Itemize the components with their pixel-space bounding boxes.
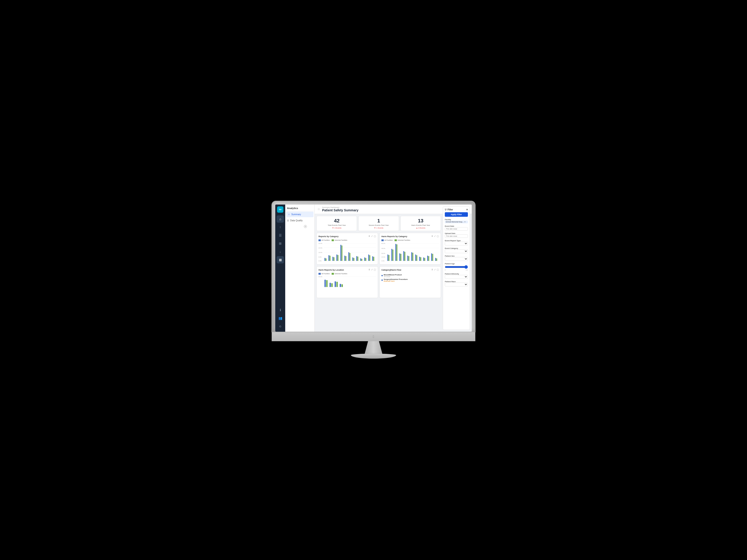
svg-rect-25: [350, 253, 351, 261]
svg-rect-21: [341, 245, 342, 261]
sidebar-icon-download[interactable]: ↓: [277, 248, 284, 255]
download-icon-location[interactable]: ⬇: [368, 268, 370, 271]
svg-rect-67: [420, 257, 421, 261]
sidebar-icon-users[interactable]: 👥: [277, 315, 284, 322]
sidebar-icon-info[interactable]: ℹ: [277, 306, 284, 314]
filter-label-patient-sex: Patient Sex: [445, 255, 468, 257]
chart-actions-harm: ⬇ ⤢ ⓘ: [431, 235, 439, 238]
svg-rect-36: [372, 256, 373, 261]
info-icon-location[interactable]: ⓘ: [374, 268, 376, 271]
filter-input-event-date[interactable]: [445, 227, 468, 231]
nav-item-data-quality[interactable]: ⊡ Data Quality: [285, 218, 314, 223]
legend-selected-facilities: Selected Facilities: [332, 239, 347, 241]
svg-text:32.0%: 32.0%: [318, 243, 323, 244]
info-icon-flow[interactable]: ⓘ: [437, 268, 439, 271]
sidebar-icon-upload[interactable]: ↑: [277, 223, 284, 231]
monitor-stand-base: [351, 354, 396, 358]
svg-rect-82: [330, 283, 331, 287]
page-star-icon[interactable]: ☆: [317, 207, 320, 211]
filter-tag-remove-facility[interactable]: ✕: [464, 221, 466, 223]
page-title: Patient Safety Summary: [322, 208, 358, 212]
svg-rect-1: [332, 239, 334, 241]
svg-rect-75: [436, 258, 437, 261]
svg-rect-35: [369, 255, 370, 261]
filter-label-report-type: Event Report Type: [445, 240, 468, 242]
filter-input-upload-date[interactable]: [445, 234, 468, 238]
kpi-severe-number: 1: [361, 218, 396, 224]
download-icon-flow[interactable]: ⬇: [431, 268, 433, 271]
flow-dot-1: [381, 279, 383, 281]
monitor-stand-neck: [364, 341, 383, 355]
sidebar-icon-analytics[interactable]: ▦: [277, 256, 284, 263]
svg-rect-66: [419, 257, 420, 261]
flow-item-1: Surgery/Invasive Procedure Moderate Harm: [381, 278, 439, 282]
info-icon-reports[interactable]: ⓘ: [374, 235, 376, 238]
app-logo[interactable]: nv: [277, 206, 283, 213]
expand-icon-flow[interactable]: ⤢: [434, 268, 436, 271]
download-icon-reports[interactable]: ⬇: [368, 235, 370, 238]
flow-label-0: Blood/Blood Product: [384, 274, 402, 276]
harm-chart-header: Harm Reports by Category ⬇ ⤢ ⓘ: [381, 235, 439, 238]
kpi-total-delta: ▼ 4 Events: [319, 227, 354, 229]
svg-rect-73: [432, 254, 433, 261]
filter-section-upload-date: Upload Date: [445, 232, 468, 238]
filter-title: Filter: [447, 208, 453, 211]
expand-icon-harm[interactable]: ⤢: [434, 235, 436, 238]
svg-rect-85: [336, 282, 338, 287]
svg-rect-17: [333, 257, 334, 261]
filter-select-patient-ethnicity[interactable]: [445, 275, 468, 279]
svg-rect-72: [431, 254, 432, 261]
sidebar-icon-menu[interactable]: ☰: [277, 232, 284, 239]
filter-apply-button[interactable]: Apply Filter: [445, 212, 468, 217]
svg-rect-28: [356, 256, 357, 261]
svg-text:24.0%: 24.0%: [318, 247, 323, 248]
legend-location-selected: Selected Facilities: [332, 273, 347, 275]
flow-dot-0: [381, 275, 383, 276]
reports-bar-chart: 32.0% 24.0% 16.0% 8.0% 0.0%: [318, 242, 376, 263]
sidebar-icon-home[interactable]: ⌂: [277, 215, 284, 223]
charts-row-1: Reports by Category ⬇ ⤢ ⓘ: [316, 233, 441, 265]
filter-select-patient-sex[interactable]: [445, 257, 468, 261]
expand-icon-reports[interactable]: ⤢: [371, 235, 373, 238]
svg-rect-20: [340, 245, 341, 261]
svg-rect-63: [412, 253, 413, 261]
svg-rect-12: [325, 258, 325, 261]
filter-section-event-category: Event Category: [445, 247, 468, 253]
svg-text:30.0%: 30.0%: [381, 252, 385, 254]
chart-actions-reports: ⬇ ⤢ ⓘ: [368, 235, 376, 238]
expand-icon-location[interactable]: ⤢: [371, 268, 373, 271]
info-icon-harm[interactable]: ⓘ: [437, 235, 439, 238]
svg-rect-69: [424, 258, 425, 261]
filter-label-patient-ethnicity: Patient Ethnicity: [445, 273, 468, 275]
svg-rect-62: [411, 252, 412, 261]
kpi-harm-label: Harm Events Past Year: [403, 224, 438, 226]
filter-icon: ▽: [445, 208, 447, 211]
download-icon-harm[interactable]: ⬇: [431, 235, 433, 238]
svg-rect-30: [360, 258, 361, 261]
svg-rect-23: [345, 256, 346, 261]
svg-rect-74: [435, 258, 436, 261]
monitor-frame: nv ⌂ ↑ ☰ ⊞ ↓ ▦ ℹ 👥 ⎋ Analytics: [272, 201, 475, 332]
svg-rect-59: [405, 252, 406, 261]
filter-select-patient-race[interactable]: [445, 283, 468, 287]
filter-section-patient-sex: Patient Sex: [445, 255, 468, 261]
svg-rect-38: [381, 239, 384, 241]
filter-label-patient-race: Patient Race: [445, 281, 468, 283]
svg-rect-80: [325, 279, 326, 287]
sidebar-icon-reports[interactable]: ⊞: [277, 240, 284, 247]
apple-logo-icon: : [373, 335, 374, 339]
filter-header: ▽ Filter ✕: [445, 208, 468, 211]
nav-item-summary[interactable]: ☆ Summary: [286, 212, 313, 217]
legend-harm-all: All Facilities: [381, 239, 393, 241]
filter-close-icon[interactable]: ✕: [466, 208, 468, 211]
filter-select-report-type[interactable]: [445, 242, 468, 245]
patient-age-slider[interactable]: [445, 265, 468, 269]
svg-text:15.0%: 15.0%: [381, 256, 385, 258]
filter-section-report-type: Event Report Type: [445, 239, 468, 245]
sidebar-icon-logout[interactable]: ⎋: [277, 323, 284, 330]
svg-rect-24: [349, 252, 349, 261]
svg-rect-76: [318, 273, 321, 275]
nav-collapse-button[interactable]: ‹: [304, 225, 307, 228]
filter-select-event-category[interactable]: [445, 249, 468, 253]
filter-section-patient-age: Patient Age 0 121: [445, 262, 468, 271]
